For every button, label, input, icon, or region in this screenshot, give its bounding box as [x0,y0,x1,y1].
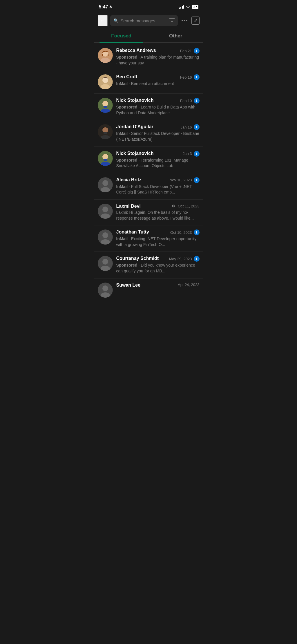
message-content: Jordan D'AguilarJan 161InMail · Senior F… [116,124,200,142]
message-preview: Sponsored · A training plan for manufact… [116,55,200,66]
message-top: Alecia BritzNov 10, 20231 [116,177,200,183]
svg-rect-16 [104,132,107,134]
message-meta: May 29, 20231 [169,256,200,262]
signal-icon [179,5,184,9]
message-date: Apr 24, 2023 [178,283,199,287]
avatar [98,151,113,166]
list-item[interactable]: Nick StojanovichFeb 101Sponsored · Learn… [94,94,203,120]
message-date: Jan 16 [180,125,192,129]
unread-badge: 1 [194,98,200,104]
list-item[interactable]: Jonathan TuttyOct 10, 20231InMail · Exci… [94,225,203,252]
list-item[interactable]: Courtenay SchmidtMay 29, 20231Sponsored … [94,252,203,278]
avatar [98,74,113,89]
message-meta: Nov 10, 20231 [169,177,199,183]
tab-other[interactable]: Other [148,30,203,42]
tab-focused[interactable]: Focused [94,30,149,42]
avatar [98,283,113,298]
message-preview: InMail · Full Stack Developer (Vue + .NE… [116,184,200,195]
svg-point-29 [102,232,108,238]
message-content: Suwan LeeApr 24, 2023 [116,283,200,289]
avatar [98,229,113,245]
header-actions: ••• [182,17,200,25]
message-meta: Oct 11, 2023 [171,204,199,209]
avatar [98,98,113,113]
message-meta: Feb 101 [180,98,199,104]
battery-icon: 37 [192,5,198,9]
svg-marker-0 [109,5,112,8]
sender-name: Ben Croft [116,74,178,79]
unread-badge: 1 [194,177,200,183]
search-bar[interactable]: 🔍 Search messages [110,15,178,26]
more-options-button[interactable]: ••• [182,18,188,24]
message-top: Courtenay SchmidtMay 29, 20231 [116,256,200,262]
svg-rect-20 [104,159,107,161]
list-item[interactable]: Ben CroftFeb 161InMail · Ben sent an att… [94,70,203,94]
avatar [98,48,113,63]
preview-text: Full Stack Developer (Vue + .NET Core) g… [116,184,192,195]
list-item[interactable]: Jordan D'AguilarJan 161InMail · Senior F… [94,120,203,146]
sender-name: Suwan Lee [116,283,176,288]
message-content: Nick StojanovichJan 31Sponsored · Terraf… [116,151,200,169]
unread-badge: 1 [194,151,200,157]
svg-rect-12 [104,106,107,108]
message-label: Sponsored [116,55,137,59]
message-preview: Laxmi: Hi ,again, On the basis of my no-… [116,210,200,221]
message-top: Laxmi DeviOct 11, 2023 [116,204,200,209]
message-top: Ben CroftFeb 161 [116,74,200,80]
svg-point-11 [102,101,108,106]
search-icon: 🔍 [113,18,118,23]
compose-button[interactable] [191,17,200,25]
message-content: Laxmi DeviOct 11, 2023Laxmi: Hi ,again, … [116,204,200,221]
message-date: Feb 10 [180,99,192,103]
message-preview: InMail · Exciting .NET Developer opportu… [116,236,200,247]
message-label: InMail [116,184,128,189]
list-item[interactable]: Alecia BritzNov 10, 20231InMail · Full S… [94,173,203,200]
svg-point-23 [102,180,108,186]
filter-lines-icon [169,18,175,22]
svg-point-19 [102,154,108,160]
message-preview: InMail · Ben sent an attachment [116,81,200,87]
message-label: Sponsored [116,158,137,162]
sender-name: Rebecca Andrews [116,48,178,53]
message-label: InMail [116,81,128,86]
preview-text: Ben sent an attachment [131,81,174,86]
tabs: Focused Other [94,30,203,43]
preview-text: Exciting .NET Developer opportunity with… [116,236,197,247]
message-preview: Sponsored · Learn to Build a Data App wi… [116,104,200,116]
sender-name: Alecia Britz [116,177,167,182]
message-label: InMail [116,236,128,241]
message-date: May 29, 2023 [169,257,192,261]
avatar [98,204,113,219]
back-button[interactable]: ← [98,15,108,26]
message-top: Jonathan TuttyOct 10, 20231 [116,229,200,235]
unread-badge: 1 [194,48,200,54]
avatar [98,124,113,139]
list-item[interactable]: Nick StojanovichJan 31Sponsored · Terraf… [94,147,203,173]
svg-point-26 [102,207,108,212]
message-content: Courtenay SchmidtMay 29, 20231Sponsored … [116,256,200,274]
message-meta: Oct 10, 20231 [170,229,199,235]
sender-name: Jonathan Tutty [116,229,168,235]
message-list: Rebecca AndrewsFeb 211Sponsored · A trai… [94,43,203,302]
message-meta: Apr 24, 2023 [178,283,199,287]
list-item[interactable]: Laxmi DeviOct 11, 2023Laxmi: Hi ,again, … [94,200,203,225]
unread-badge: 1 [194,229,200,235]
search-placeholder: Search messages [121,18,167,23]
message-date: Nov 10, 2023 [169,178,192,182]
message-top: Nick StojanovichJan 31 [116,151,200,157]
message-meta: Feb 161 [180,74,199,80]
status-bar: 5:47 37 [94,0,203,13]
sender-name: Laxmi Devi [116,204,169,209]
compose-icon [193,19,198,23]
list-item[interactable]: Rebecca AndrewsFeb 211Sponsored · A trai… [94,44,203,70]
sender-name: Nick Stojanovich [116,151,180,156]
unread-badge: 1 [194,74,200,80]
list-item[interactable]: Suwan LeeApr 24, 2023 [94,278,203,302]
message-content: Alecia BritzNov 10, 20231InMail · Full S… [116,177,200,195]
preview-text: Senior Fullstack Developer - Brisbane (.… [116,131,199,142]
message-meta: Jan 31 [183,151,200,157]
message-meta: Feb 211 [180,48,199,54]
message-content: Rebecca AndrewsFeb 211Sponsored · A trai… [116,48,200,66]
message-date: Jan 3 [183,151,192,156]
muted-icon [171,204,175,209]
